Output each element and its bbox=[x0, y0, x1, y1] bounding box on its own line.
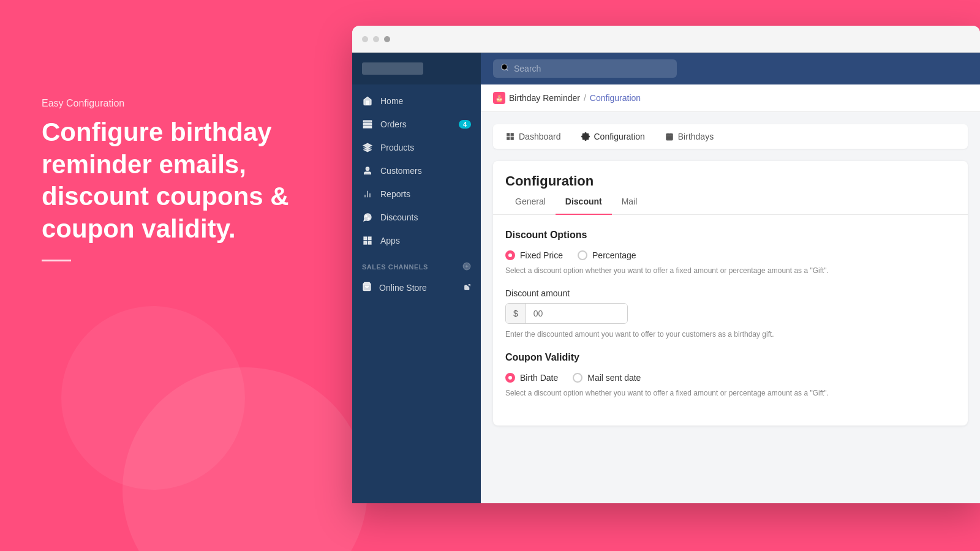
sidebar-item-customers[interactable]: Customers bbox=[352, 159, 481, 182]
birth-date-radio[interactable] bbox=[505, 373, 515, 383]
app-layout: Home Orders 4 bbox=[352, 53, 980, 503]
apps-icon bbox=[362, 235, 373, 246]
fixed-price-label: Fixed Price bbox=[520, 250, 563, 260]
coupon-validity-hint: Select a discount option whether you wan… bbox=[505, 388, 956, 399]
search-box[interactable] bbox=[493, 59, 677, 78]
sidebar-logo bbox=[362, 62, 423, 75]
main-content: 🎂 Birthday Reminder / Configuration Da bbox=[481, 53, 980, 503]
sidebar-item-products[interactable]: Products bbox=[352, 136, 481, 159]
online-store-label: Online Store bbox=[379, 283, 427, 293]
discounts-icon bbox=[362, 212, 373, 223]
browser-dot-3 bbox=[384, 36, 390, 42]
browser-dot-1 bbox=[362, 36, 368, 42]
sidebar-item-apps[interactable]: Apps bbox=[352, 229, 481, 252]
customers-label: Customers bbox=[380, 166, 422, 176]
mail-sent-date-option[interactable]: Mail sent date bbox=[573, 373, 641, 383]
sidebar-item-reports[interactable]: Reports bbox=[352, 182, 481, 206]
bg-circle-2 bbox=[61, 306, 245, 490]
discounts-label: Discounts bbox=[380, 212, 418, 222]
page-title: Configuration bbox=[493, 161, 968, 189]
customers-icon bbox=[362, 165, 373, 176]
svg-rect-23 bbox=[507, 137, 510, 140]
breadcrumb-separator: / bbox=[584, 93, 586, 103]
reports-icon bbox=[362, 189, 373, 200]
online-store-icon bbox=[362, 282, 372, 293]
sidebar-item-home[interactable]: Home bbox=[352, 89, 481, 113]
topbar bbox=[481, 53, 980, 84]
svg-rect-12 bbox=[364, 241, 367, 244]
mail-sent-date-label: Mail sent date bbox=[587, 373, 641, 383]
fixed-price-option[interactable]: Fixed Price bbox=[505, 250, 563, 260]
svg-rect-1 bbox=[363, 124, 371, 126]
products-label: Products bbox=[380, 143, 414, 152]
orders-badge: 4 bbox=[459, 120, 471, 129]
currency-prefix: $ bbox=[506, 304, 526, 323]
sidebar-nav: Home Orders 4 bbox=[352, 84, 481, 304]
config-icon bbox=[581, 132, 590, 141]
coupon-validity-title: Coupon Validity bbox=[505, 352, 956, 363]
svg-point-4 bbox=[366, 167, 369, 170]
discount-amount-hint: Enter the discounted amount you want to … bbox=[505, 329, 956, 340]
dashboard-tab-label: Dashboard bbox=[519, 132, 561, 141]
home-icon bbox=[362, 96, 373, 107]
svg-rect-11 bbox=[368, 237, 371, 240]
config-body: Discount Options Fixed Price Percentage bbox=[493, 215, 968, 425]
svg-rect-0 bbox=[363, 121, 371, 122]
tab-birthdays[interactable]: Birthdays bbox=[655, 127, 723, 146]
app-icon: 🎂 bbox=[493, 92, 505, 104]
svg-rect-24 bbox=[511, 137, 513, 140]
add-sales-channel-icon[interactable] bbox=[462, 262, 471, 272]
apps-label: Apps bbox=[380, 236, 400, 246]
inner-tab-general[interactable]: General bbox=[505, 189, 556, 215]
inner-tab-discount[interactable]: Discount bbox=[556, 189, 612, 215]
birthdays-tab-label: Birthdays bbox=[678, 132, 714, 141]
left-panel: Easy Configuration Configure birthday re… bbox=[42, 98, 348, 261]
percentage-label: Percentage bbox=[592, 250, 636, 260]
reports-label: Reports bbox=[380, 189, 410, 199]
percentage-option[interactable]: Percentage bbox=[578, 250, 636, 260]
browser-topbar bbox=[352, 26, 980, 53]
left-subtitle: Easy Configuration bbox=[42, 98, 348, 109]
birth-date-option[interactable]: Birth Date bbox=[505, 373, 558, 383]
percentage-radio[interactable] bbox=[578, 250, 587, 260]
sidebar-item-discounts[interactable]: Discounts bbox=[352, 206, 481, 229]
tab-configuration[interactable]: Configuration bbox=[571, 127, 655, 146]
search-icon bbox=[500, 63, 509, 74]
inner-tab-mail[interactable]: Mail bbox=[612, 189, 647, 215]
search-input[interactable] bbox=[514, 64, 669, 73]
coupon-validity-radio-group: Birth Date Mail sent date bbox=[505, 373, 956, 383]
svg-rect-21 bbox=[507, 133, 510, 136]
external-link-icon bbox=[464, 283, 471, 293]
tab-dashboard[interactable]: Dashboard bbox=[496, 127, 571, 146]
discount-amount-input-group: $ bbox=[505, 303, 628, 324]
sidebar: Home Orders 4 bbox=[352, 53, 481, 503]
breadcrumb-app-name: Birthday Reminder bbox=[509, 93, 580, 103]
home-label: Home bbox=[380, 96, 403, 106]
svg-rect-13 bbox=[368, 241, 371, 244]
browser-dot-2 bbox=[373, 36, 379, 42]
sidebar-header bbox=[352, 53, 481, 84]
left-title: Configure birthday reminder emails, disc… bbox=[42, 116, 348, 245]
left-divider bbox=[42, 260, 71, 261]
fixed-price-radio[interactable] bbox=[505, 250, 515, 260]
mail-sent-date-radio[interactable] bbox=[573, 373, 582, 383]
dashboard-icon bbox=[505, 132, 515, 141]
products-icon bbox=[362, 142, 373, 153]
sidebar-item-orders[interactable]: Orders 4 bbox=[352, 113, 481, 136]
main-tabs: Dashboard Configuration bbox=[493, 124, 968, 149]
birthdays-icon bbox=[665, 132, 674, 141]
svg-rect-26 bbox=[666, 133, 673, 140]
discount-options-radio-group: Fixed Price Percentage bbox=[505, 250, 956, 260]
breadcrumb-bar: 🎂 Birthday Reminder / Configuration bbox=[481, 84, 980, 112]
content-area: Dashboard Configuration bbox=[481, 112, 980, 503]
breadcrumb-current-page[interactable]: Configuration bbox=[590, 93, 641, 103]
birth-date-label: Birth Date bbox=[520, 373, 558, 383]
discount-options-title: Discount Options bbox=[505, 230, 956, 241]
orders-icon bbox=[362, 119, 373, 130]
config-card: Configuration General Discount Mail bbox=[493, 161, 968, 425]
discount-amount-input[interactable] bbox=[526, 304, 627, 323]
svg-rect-10 bbox=[364, 237, 367, 240]
sidebar-item-online-store[interactable]: Online Store bbox=[352, 276, 481, 299]
discount-amount-label: Discount amount bbox=[505, 288, 956, 298]
inner-tabs: General Discount Mail bbox=[493, 189, 968, 215]
